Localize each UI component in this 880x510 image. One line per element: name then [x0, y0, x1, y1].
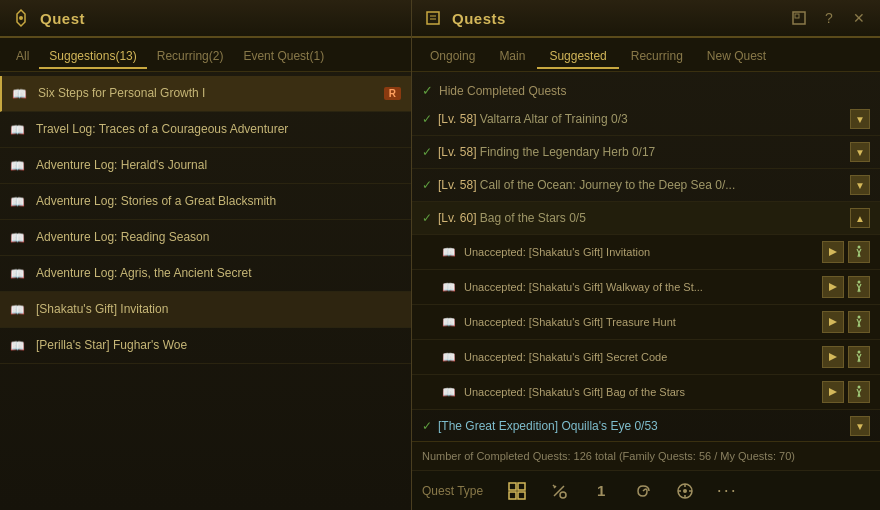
right-tab-main[interactable]: Main: [487, 45, 537, 69]
quest-navigate-button[interactable]: [848, 311, 870, 333]
quest-level-name: [Lv. 58] Finding the Legendary Herb 0/17: [438, 145, 850, 159]
quests-icon: [422, 7, 444, 29]
left-panel: Quest AllSuggestions(13)Recurring(2)Even…: [0, 0, 412, 510]
quest-list-item[interactable]: 📖Travel Log: Traces of a Courageous Adve…: [0, 112, 411, 148]
left-tab-all[interactable]: All: [6, 45, 39, 69]
quest-track-button[interactable]: [822, 381, 844, 403]
svg-point-7: [858, 386, 861, 389]
quest-list-item[interactable]: 📖[Perilla's Star] Fughar's Woe: [0, 328, 411, 364]
right-tab-new[interactable]: New Quest: [695, 45, 778, 69]
quest-group-row[interactable]: ✓[Lv. 58] Finding the Legendary Herb 0/1…: [412, 136, 880, 168]
book-icon: 📖: [12, 87, 30, 101]
right-tab-ongoing[interactable]: Ongoing: [418, 45, 487, 69]
quest-list-item[interactable]: 📖Six Steps for Personal Growth IR: [0, 76, 411, 112]
quest-track-button[interactable]: [822, 346, 844, 368]
quest-list: 📖Six Steps for Personal Growth IR📖Travel…: [0, 72, 411, 510]
quest-list-item[interactable]: 📖[Shakatu's Gift] Invitation: [0, 292, 411, 328]
expand-button[interactable]: ▼: [850, 175, 870, 195]
svg-rect-8: [509, 483, 516, 490]
quest-check: ✓: [422, 419, 432, 433]
quest-track-button[interactable]: [822, 276, 844, 298]
book-icon: 📖: [10, 267, 28, 281]
right-panel-header: Quests ? ✕: [412, 0, 880, 38]
book-icon: 📖: [10, 339, 28, 353]
quest-navigate-button[interactable]: [848, 241, 870, 263]
right-tab-bar: OngoingMainSuggestedRecurringNew Quest: [412, 38, 880, 72]
more-icon[interactable]: ···: [713, 477, 741, 505]
quest-group-row[interactable]: ✓[Lv. 58] Valtarra Altar of Training 0/3…: [412, 103, 880, 135]
quest-name: Adventure Log: Herald's Journal: [36, 158, 401, 174]
right-tab-recurring[interactable]: Recurring: [619, 45, 695, 69]
quest-level-name: [Lv. 58] Call of the Ocean: Journey to t…: [438, 178, 850, 192]
svg-point-4: [858, 281, 861, 284]
sub-quest-actions: [822, 346, 870, 368]
close-icon[interactable]: ✕: [848, 7, 870, 29]
quest-check: ✓: [422, 211, 432, 225]
expand-button[interactable]: ▼: [850, 416, 870, 436]
svg-point-0: [19, 16, 23, 20]
quest-list-item[interactable]: 📖Adventure Log: Herald's Journal: [0, 148, 411, 184]
sub-quest-actions: [822, 311, 870, 333]
svg-rect-9: [518, 483, 525, 490]
sub-quest-actions: [822, 241, 870, 263]
left-tab-recurring[interactable]: Recurring(2): [147, 45, 234, 69]
quest-group-row[interactable]: ✓[The Great Expedition] Oquilla's Eye 0/…: [412, 410, 880, 441]
hide-completed-row[interactable]: ✓ Hide Completed Quests: [412, 78, 880, 103]
sub-quest-row[interactable]: 📖Unaccepted: [Shakatu's Gift] Bag of the…: [412, 374, 880, 409]
quest-navigate-button[interactable]: [848, 276, 870, 298]
right-tab-suggested[interactable]: Suggested: [537, 45, 618, 69]
sub-quest-name: Unaccepted: [Shakatu's Gift] Treasure Hu…: [464, 316, 822, 328]
right-header-left: Quests: [422, 7, 506, 29]
sub-quest-row[interactable]: 📖Unaccepted: [Shakatu's Gift] Walkway of…: [412, 269, 880, 304]
quest-track-button[interactable]: [822, 311, 844, 333]
quest-group-row[interactable]: ✓[Lv. 60] Bag of the Stars 0/5▲: [412, 202, 880, 234]
sub-quest-list: 📖Unaccepted: [Shakatu's Gift] Invitation…: [412, 234, 880, 409]
quest-level-name: [The Great Expedition] Oquilla's Eye 0/5…: [438, 419, 850, 433]
sub-book-icon: 📖: [442, 281, 456, 294]
quest-group: ✓[The Great Expedition] Oquilla's Eye 0/…: [412, 410, 880, 441]
book-icon: 📖: [10, 159, 28, 173]
quest-list-item[interactable]: 📖Adventure Log: Agris, the Ancient Secre…: [0, 256, 411, 292]
quest-navigate-button[interactable]: [848, 346, 870, 368]
sub-quest-row[interactable]: 📖Unaccepted: [Shakatu's Gift] Treasure H…: [412, 304, 880, 339]
expand-button[interactable]: ▲: [850, 208, 870, 228]
expand-button[interactable]: ▼: [850, 109, 870, 129]
left-tab-suggestions[interactable]: Suggestions(13): [39, 45, 146, 69]
quest-group-row[interactable]: ✓[Lv. 58] Call of the Ocean: Journey to …: [412, 169, 880, 201]
quest-type-label: Quest Type: [422, 484, 483, 498]
sub-quest-row[interactable]: 📖Unaccepted: [Shakatu's Gift] Invitation: [412, 234, 880, 269]
quest-check: ✓: [422, 145, 432, 159]
sub-quest-actions: [822, 381, 870, 403]
quest-group: ✓[Lv. 58] Call of the Ocean: Journey to …: [412, 169, 880, 202]
tools-icon[interactable]: [545, 477, 573, 505]
svg-rect-11: [518, 492, 525, 499]
svg-point-6: [858, 351, 861, 354]
left-panel-title: Quest: [40, 10, 85, 27]
number-icon[interactable]: 1: [587, 477, 615, 505]
quest-group: ✓[Lv. 58] Finding the Legendary Herb 0/1…: [412, 136, 880, 169]
quest-group: ✓[Lv. 58] Valtarra Altar of Training 0/3…: [412, 103, 880, 136]
grid-view-icon[interactable]: [503, 477, 531, 505]
spiral-icon[interactable]: [629, 477, 657, 505]
quest-name: [Perilla's Star] Fughar's Woe: [36, 338, 401, 354]
quest-list-item[interactable]: 📖Adventure Log: Reading Season: [0, 220, 411, 256]
sub-quest-actions: [822, 276, 870, 298]
sub-quest-row[interactable]: 📖Unaccepted: [Shakatu's Gift] Secret Cod…: [412, 339, 880, 374]
help-icon[interactable]: ?: [818, 7, 840, 29]
quest-check: ✓: [422, 112, 432, 126]
completed-quests-text: Number of Completed Quests: 126 total (F…: [422, 450, 795, 462]
quest-content: ✓ Hide Completed Quests ✓[Lv. 58] Valtar…: [412, 72, 880, 441]
quest-track-button[interactable]: [822, 241, 844, 263]
svg-point-5: [858, 316, 861, 319]
expand-button[interactable]: ▼: [850, 142, 870, 162]
left-panel-header: Quest: [0, 0, 411, 38]
quest-list-item[interactable]: 📖Adventure Log: Stories of a Great Black…: [0, 184, 411, 220]
left-tab-event[interactable]: Event Quest(1): [233, 45, 334, 69]
wheel-icon[interactable]: [671, 477, 699, 505]
window-icon[interactable]: [788, 7, 810, 29]
sub-book-icon: 📖: [442, 386, 456, 399]
sub-quest-name: Unaccepted: [Shakatu's Gift] Invitation: [464, 246, 822, 258]
quest-group: ✓[Lv. 60] Bag of the Stars 0/5▲📖Unaccept…: [412, 202, 880, 410]
quest-navigate-button[interactable]: [848, 381, 870, 403]
left-tab-bar: AllSuggestions(13)Recurring(2)Event Ques…: [0, 38, 411, 72]
